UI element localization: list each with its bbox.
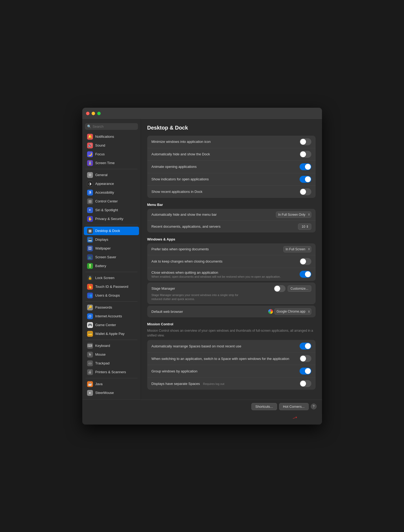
separate-spaces-row: Displays have separate Spaces Requires l… (147, 377, 316, 390)
setting-label: Automatically hide and show the Dock (152, 152, 300, 156)
sidebar-item-label-trackpad: Trackpad (95, 361, 110, 365)
customize-button[interactable]: Customize... (288, 285, 311, 292)
recent-docs-label: Recent documents, applications, and serv… (152, 225, 298, 228)
help-button[interactable]: ? (311, 404, 317, 409)
auto-rearrange-toggle[interactable] (300, 343, 311, 350)
default-browser-select-wrapper[interactable]: Google Chrome.app Safari Firefox ⇕ (268, 308, 311, 315)
content-area: 🔍 🔔 Notifications 🔊 Sound 🌙 Focus ⌛ Scre… (82, 119, 322, 400)
stage-manager-toggle[interactable] (274, 285, 285, 292)
general-icon: ⚙ (87, 172, 93, 178)
sidebar-item-touchid[interactable]: 👆 Touch ID & Password (84, 282, 139, 291)
sidebar-item-java[interactable]: ☕ Java (84, 380, 139, 388)
ask-changes-label: Ask to keep changes when closing documen… (152, 259, 300, 263)
setting-label: Show recent applications in Dock (152, 190, 300, 194)
search-box[interactable]: 🔍 (85, 123, 138, 130)
sidebar-item-label-screensaver: Screen Saver (95, 255, 116, 259)
default-browser-select[interactable]: Google Chrome.app Safari Firefox (274, 308, 311, 315)
sidebar-item-screensaver[interactable]: 📺 Screen Saver (84, 253, 139, 261)
hot-corners-button[interactable]: Hot Corners... (279, 403, 309, 410)
bottom-bar: Shortcuts... Hot Corners... ? (82, 400, 322, 413)
prefer-tabs-select-wrapper[interactable]: In Full Screen Always Manually ⇕ (283, 246, 311, 252)
sidebar-item-controlcenter[interactable]: ▤ Control Center (84, 197, 139, 206)
sidebar-item-label-sound: Sound (95, 143, 105, 147)
show-indicators-toggle[interactable] (300, 176, 311, 183)
sidebar-divider (85, 272, 137, 272)
sidebar-item-users[interactable]: 👥 Users & Groups (84, 291, 139, 300)
auto-hide-dock-toggle[interactable] (300, 151, 311, 158)
sidebar-item-sound[interactable]: 🔊 Sound (84, 141, 139, 150)
show-recent-toggle[interactable] (300, 188, 311, 195)
sidebar-item-internet[interactable]: @ Internet Accounts (84, 312, 139, 321)
setting-row: Animate opening applications (147, 161, 316, 173)
sidebar-item-desktop[interactable]: ▦ Desktop & Dock (84, 227, 139, 235)
main-content: Desktop & Dock Minimize windows into app… (141, 119, 322, 400)
sidebar-item-label-focus: Focus (95, 152, 105, 156)
sidebar-item-label-printers: Printers & Scanners (95, 370, 126, 374)
sidebar-item-accessibility[interactable]: ♿ Accessibility (84, 188, 139, 197)
ask-changes-toggle[interactable] (300, 258, 311, 265)
sidebar-item-label-controlcenter: Control Center (95, 199, 118, 203)
mission-control-settings-group: Automatically rearrange Spaces based on … (147, 340, 316, 390)
sidebar-item-label-wallet: Wallet & Apple Pay (95, 332, 125, 336)
red-arrow: → (290, 412, 300, 423)
sidebar-items: 🔔 Notifications 🔊 Sound 🌙 Focus ⌛ Screen… (82, 132, 141, 397)
sidebar-item-label-java: Java (95, 382, 103, 386)
requires-logout-label: Requires log out (203, 382, 224, 385)
sidebar-item-label-keyboard: Keyboard (95, 344, 110, 348)
setting-row: Automatically hide and show the Dock (147, 148, 316, 161)
sidebar-item-wallpaper[interactable]: 🖼 Wallpaper (84, 244, 139, 253)
setting-row: Minimize windows into application icon (147, 136, 316, 148)
sidebar-item-siri[interactable]: ✦ Siri & Spotlight (84, 206, 139, 214)
trackpad-icon: ▭ (87, 360, 93, 366)
chrome-icon (268, 309, 273, 314)
sidebar-item-steermouse[interactable]: ● SteerMouse (84, 389, 139, 397)
minimize-windows-toggle[interactable] (300, 138, 311, 145)
sidebar-item-label-appearance: Appearance (95, 182, 114, 186)
switch-space-toggle[interactable] (300, 355, 311, 362)
sidebar-item-trackpad[interactable]: ▭ Trackpad (84, 359, 139, 368)
separate-spaces-toggle[interactable] (300, 380, 311, 387)
minimize-button[interactable] (92, 112, 95, 115)
sidebar-item-mouse[interactable]: 🖱 Mouse (84, 350, 139, 359)
group-windows-row: Group windows by application (147, 365, 316, 377)
auto-hide-menubar-select[interactable]: In Full Screen Only Always On Desktop On… (276, 211, 311, 218)
default-browser-row: Default web browser Google Chrome.app Sa… (147, 306, 316, 317)
stage-manager-group: Stage Manager Customize... Stage Manager… (147, 282, 316, 304)
close-button[interactable] (86, 112, 89, 115)
lockscreen-icon: 🔒 (87, 275, 93, 281)
sidebar-item-focus[interactable]: 🌙 Focus (84, 150, 139, 159)
sidebar-divider (85, 169, 137, 169)
sidebar-item-battery[interactable]: 🔋 Battery (84, 262, 139, 270)
mouse-icon: 🖱 (87, 352, 93, 358)
group-windows-toggle[interactable] (300, 368, 311, 375)
maximize-button[interactable] (97, 112, 101, 115)
sidebar-item-screentime[interactable]: ⌛ Screen Time (84, 159, 139, 167)
sidebar-item-notifications[interactable]: 🔔 Notifications (84, 132, 139, 141)
sidebar-item-printers[interactable]: 🖨 Printers & Scanners (84, 368, 139, 376)
sidebar-divider (85, 340, 137, 340)
recent-docs-stepper[interactable]: 10 ⇕ (298, 223, 311, 230)
close-windows-row: Close windows when quitting an applicati… (147, 268, 316, 281)
sidebar-item-privacy[interactable]: ✋ Privacy & Security (84, 215, 139, 223)
close-windows-toggle[interactable] (300, 271, 311, 278)
sidebar-item-displays[interactable]: 💻 Displays (84, 235, 139, 244)
prefer-tabs-select[interactable]: In Full Screen Always Manually (283, 246, 311, 252)
sidebar-item-passwords[interactable]: 🔑 Passwords (84, 303, 139, 312)
sidebar-item-gamecenter[interactable]: 🎮 Game Center (84, 321, 139, 329)
steermouse-icon: ● (87, 390, 93, 396)
search-input[interactable] (93, 124, 136, 128)
printers-icon: 🖨 (87, 369, 93, 375)
auto-hide-menubar-select-wrapper[interactable]: In Full Screen Only Always On Desktop On… (276, 211, 311, 218)
sidebar-item-lockscreen[interactable]: 🔒 Lock Screen (84, 274, 139, 282)
siri-icon: ✦ (87, 207, 93, 213)
animate-opening-toggle[interactable] (300, 163, 311, 170)
sidebar-item-keyboard[interactable]: ⌨ Keyboard (84, 342, 139, 350)
sidebar-item-wallet[interactable]: 💳 Wallet & Apple Pay (84, 330, 139, 338)
sound-icon: 🔊 (87, 143, 93, 148)
sidebar-item-appearance[interactable]: ◑ Appearance (84, 180, 139, 188)
sidebar-item-general[interactable]: ⚙ General (84, 171, 139, 179)
stage-manager-row: Stage Manager Customize... Stage Manager… (147, 282, 316, 304)
screentime-icon: ⌛ (87, 160, 93, 166)
shortcuts-button[interactable]: Shortcuts... (251, 403, 277, 410)
chrome-badge: Google Chrome.app Safari Firefox ⇕ (268, 308, 311, 315)
